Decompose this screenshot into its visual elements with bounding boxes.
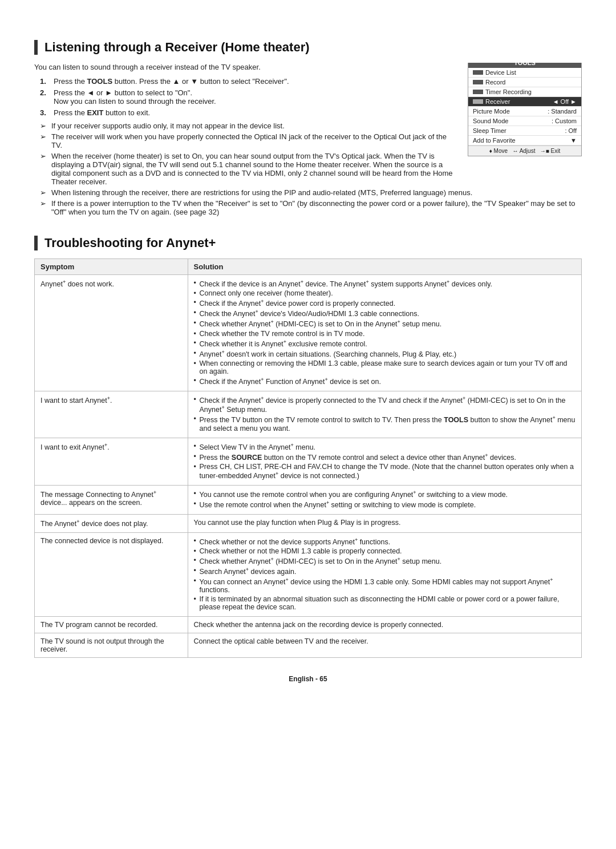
note-1: ➢ If your receiver supports audio only, … [40, 122, 456, 130]
table-row: Anynet+ does not work. Check if the devi… [35, 275, 582, 391]
step-3-text: Press the EXIT button to exit. [54, 108, 456, 117]
icon-bar-devicelist [473, 70, 483, 75]
note-4-text: When listening through the receiver, the… [51, 188, 582, 197]
step-2: 2. Press the ◄ or ► button to select to … [40, 88, 456, 106]
table-row: The connected device is not displayed. C… [35, 532, 582, 617]
tools-row-record: Record [468, 78, 581, 87]
step-3-num: 3. [40, 108, 49, 117]
table-row: The TV program cannot be recorded. Check… [35, 617, 582, 633]
symptom-anynet-not-work: Anynet+ does not work. [35, 275, 188, 391]
page-footer: English - 65 [34, 675, 582, 683]
list-item: Anynet+ doesn't work in certain situatio… [194, 349, 576, 358]
list-item: You cannot use the remote control when y… [194, 490, 576, 499]
symptom-connecting-msg: The message Connecting to Anynet+ device… [35, 486, 188, 515]
col-symptom: Symptom [35, 259, 188, 275]
solution-start-anynet: Check if the Anynet+ device is properly … [188, 391, 581, 438]
solution-list-1: Check if the device is an Anynet+ device… [194, 279, 576, 386]
tools-row-receiver: Receiver ◄ Off ► [468, 97, 581, 107]
tools-footer: ♦ Move ↔ Adjust →■ Exit [468, 145, 581, 156]
list-item: Check if the Anynet+ device power cord i… [194, 298, 576, 308]
solution-exit-anynet: Select View TV in the Anynet+ menu. Pres… [188, 438, 581, 485]
tools-row-devicelist: Device List [468, 68, 581, 78]
step-2-text: Press the ◄ or ► button to select to "On… [54, 88, 456, 106]
note-5-text: If there is a power interruption to the … [51, 199, 582, 216]
note-5: ➢ If there is a power interruption to th… [40, 199, 582, 216]
note-1-text: If your receiver supports audio only, it… [51, 122, 456, 130]
tools-label-soundmode: Sound Mode [473, 118, 508, 124]
icon-bar-record [473, 80, 483, 84]
list-item: When connecting or removing the HDMI 1.3… [194, 359, 576, 375]
tools-label-receiver: Receiver [485, 98, 510, 105]
step-3: 3. Press the EXIT button to exit. [40, 108, 456, 117]
footer-text: English - 65 [289, 675, 327, 683]
icon-bar-receiver [473, 99, 483, 104]
tools-label-devicelist: Device List [485, 69, 516, 76]
step-1-text: Press the TOOLS button. Press the ▲ or ▼… [54, 77, 456, 86]
tools-row-addtofavorite: Add to Favorite ▼ [468, 136, 581, 145]
section2-title: Troubleshooting for Anynet+ [44, 236, 582, 250]
table-row: The message Connecting to Anynet+ device… [35, 486, 582, 515]
tools-row-sleeptimer: Sleep Timer : Off [468, 126, 581, 136]
solution-device-not-displayed: Check whether or not the device supports… [188, 532, 581, 617]
troubleshooting-table: Symptom Solution Anynet+ does not work. … [34, 258, 582, 658]
solution-list-4: You cannot use the remote control when y… [194, 490, 576, 509]
tools-label-picturemode: Picture Mode [473, 108, 510, 115]
note-3-text: When the receiver (home theater) is set … [51, 152, 456, 186]
section1-header: Listening through a Receiver (Home theat… [34, 40, 582, 55]
list-item: Check if the Anynet+ Function of Anynet+… [194, 377, 576, 386]
arrow-icon-3: ➢ [40, 152, 48, 186]
symptom-start-anynet: I want to start Anynet+. [35, 391, 188, 438]
solution-tv-not-recorded: Check whether the antenna jack on the re… [188, 617, 581, 633]
list-item: Check if the Anynet+ device is properly … [194, 395, 576, 414]
symptom-tv-not-recorded: The TV program cannot be recorded. [35, 617, 188, 633]
list-item: Check if the device is an Anynet+ device… [194, 279, 576, 288]
list-item: Check whether it is Anynet+ exclusive re… [194, 339, 576, 348]
tools-row-timerrecording: Timer Recording [468, 87, 581, 97]
step-1-num: 1. [40, 77, 49, 86]
note-2-text: The receiver will work when you have pro… [51, 132, 456, 149]
solution-list-6: Check whether or not the device supports… [194, 537, 576, 612]
tools-value-picturemode: : Standard [548, 108, 577, 115]
list-item: Check whether or not the device supports… [194, 537, 576, 546]
list-item: Press the SOURCE button on the TV remote… [194, 452, 576, 462]
table-row: The Anynet+ device does not play. You ca… [35, 515, 582, 532]
solution-device-not-play: You cannot use the play function when Pl… [188, 515, 581, 532]
symptom-device-not-displayed: The connected device is not displayed. [35, 532, 188, 617]
section1-title: Listening through a Receiver (Home theat… [44, 40, 582, 55]
solution-list-3: Select View TV in the Anynet+ menu. Pres… [194, 442, 576, 480]
arrow-icon-1: ➢ [40, 122, 48, 130]
note-3: ➢ When the receiver (home theater) is se… [40, 152, 456, 186]
section2-header: Troubleshooting for Anynet+ [34, 236, 582, 250]
tools-label-addtofavorite: Add to Favorite [473, 137, 516, 144]
list-item: Check whether Anynet+ (HDMI-CEC) is set … [194, 319, 576, 328]
table-row: The TV sound is not output through the r… [35, 633, 582, 658]
tools-label-sleeptimer: Sleep Timer [473, 127, 506, 134]
tools-value-receiver: ◄ Off ► [553, 98, 577, 105]
tools-box: TOOLS Device List Record Timer Recording [468, 63, 582, 156]
arrow-icon-4: ➢ [40, 188, 48, 197]
icon-bar-timerrecording [473, 90, 483, 94]
tools-value-soundmode: : Custom [552, 118, 577, 124]
solution-connecting-msg: You cannot use the remote control when y… [188, 486, 581, 515]
arrow-icon-2: ➢ [40, 132, 48, 149]
tools-label-timerrecording: Timer Recording [485, 88, 532, 95]
solution-list-2: Check if the Anynet+ device is properly … [194, 395, 576, 432]
arrow-icon-5: ➢ [40, 199, 48, 216]
list-item: Search Anynet+ devices again. [194, 567, 576, 576]
tools-row-soundmode: Sound Mode : Custom [468, 116, 581, 126]
note-2: ➢ The receiver will work when you have p… [40, 132, 456, 149]
symptom-tv-sound-not-output: The TV sound is not output through the r… [35, 633, 188, 658]
list-item: Check whether Anynet+ (HDMI-CEC) is set … [194, 556, 576, 565]
table-row: I want to exit Anynet+. Select View TV i… [35, 438, 582, 485]
tools-row-picturemode: Picture Mode : Standard [468, 107, 581, 116]
list-item: You can connect an Anynet+ device using … [194, 577, 576, 594]
list-item: Select View TV in the Anynet+ menu. [194, 442, 576, 451]
tools-value-sleeptimer: : Off [565, 127, 577, 134]
tools-value-addtofavorite: ▼ [570, 137, 577, 144]
solution-tv-sound-not-output: Connect the optical cable between TV and… [188, 633, 581, 658]
list-item: Check whether or not the HDMI 1.3 cable … [194, 547, 576, 555]
col-solution: Solution [188, 259, 581, 275]
table-header-row: Symptom Solution [35, 259, 582, 275]
list-item: Check whether the TV remote control is i… [194, 330, 576, 338]
tools-title: TOOLS [468, 63, 581, 68]
